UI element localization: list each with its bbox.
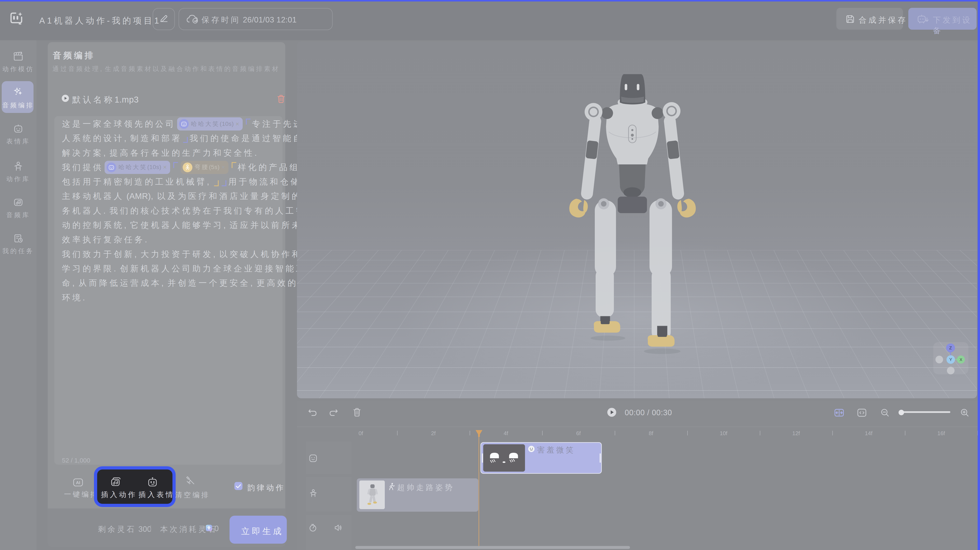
svg-text:X: X [959, 357, 963, 362]
svg-text:AI: AI [76, 480, 80, 485]
svg-text:Y: Y [949, 357, 952, 362]
svg-text:Z: Z [949, 346, 952, 350]
